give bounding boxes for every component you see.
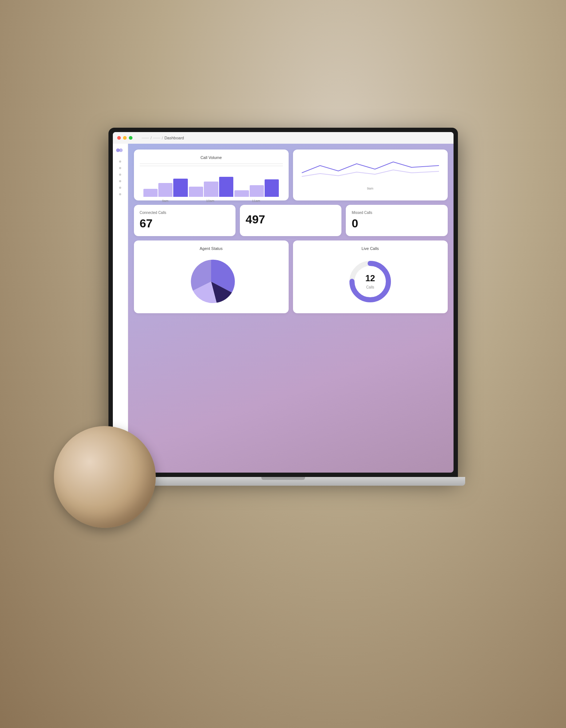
laptop-wrapper: —— / —— / Dashboard [83, 91, 483, 637]
call-volume-title: Call Volume [140, 155, 283, 160]
sidebar-nav-item-1[interactable] [119, 160, 121, 163]
connected-calls-card: Connected Calls 67 [134, 205, 235, 236]
laptop-notch [261, 477, 305, 480]
sidebar-nav-item-5[interactable] [119, 187, 121, 189]
bar-light-4 [204, 182, 218, 197]
bar-group-11am [234, 179, 279, 197]
middle-stat-card: 497 [240, 205, 341, 236]
sidebar-nav-item-3[interactable] [119, 174, 121, 176]
sidebar [113, 144, 128, 473]
breadcrumb-sep2: / [162, 136, 163, 140]
breadcrumb-part2: —— [153, 136, 161, 140]
bar-dark-3 [265, 179, 279, 197]
middle-stat-value: 497 [246, 213, 336, 226]
app-layout: Call Volume [113, 144, 454, 473]
laptop-base [101, 477, 465, 486]
breadcrumb-sep1: / [151, 136, 152, 140]
bar-dark-2 [219, 177, 233, 197]
maximize-button-icon[interactable] [129, 136, 132, 140]
bar-light-1 [143, 189, 158, 197]
sidebar-logo [116, 148, 124, 152]
logo-icon [116, 148, 124, 152]
missed-calls-card: Missed Calls 0 [346, 205, 447, 236]
pie-chart-svg [186, 256, 237, 307]
bottom-row: Agent Status [134, 240, 448, 313]
sidebar-nav-item-4[interactable] [119, 180, 121, 182]
label-10am: 10am [206, 199, 214, 203]
bar-light-3 [189, 187, 203, 197]
top-row: Call Volume [134, 150, 448, 200]
chart-grid-line2 [140, 166, 283, 166]
live-calls-title: Live Calls [299, 246, 442, 251]
breadcrumb-part1: —— [142, 136, 149, 140]
call-volume-card: Call Volume [134, 150, 289, 200]
label-11am: 11am [252, 199, 260, 203]
agent-status-card: Agent Status [134, 240, 289, 313]
donut-chart-container: 12 Calls [299, 254, 442, 309]
bar-group-9am [143, 179, 188, 197]
agent-status-title: Agent Status [140, 246, 283, 251]
connected-calls-label: Connected Calls [140, 211, 230, 215]
sidebar-nav [119, 160, 121, 195]
stats-row: Connected Calls 67 497 Missed Calls 0 [134, 205, 448, 236]
svg-point-1 [119, 148, 123, 152]
line-chart-labels: 9am [299, 187, 442, 190]
minimize-button-icon[interactable] [123, 136, 127, 140]
chart-grid-line [140, 163, 283, 164]
breadcrumb-current: Dashboard [165, 136, 184, 140]
donut-value: 12 [365, 273, 375, 283]
sidebar-nav-item-6[interactable] [119, 193, 121, 195]
close-button-icon[interactable] [117, 136, 121, 140]
decorative-sphere [54, 426, 156, 528]
laptop-screen: —— / —— / Dashboard [113, 132, 454, 473]
donut-label: 12 Calls [365, 273, 375, 290]
sidebar-nav-item-2[interactable] [119, 167, 121, 169]
chart-labels: 9am 10am 11am [140, 199, 283, 203]
line-chart-area [299, 155, 442, 184]
missed-calls-label: Missed Calls [352, 211, 442, 215]
line-chart-svg [302, 158, 439, 180]
pie-chart-container [140, 254, 283, 309]
line-label-9am: 9am [367, 187, 373, 190]
line-chart-card: 9am [293, 150, 448, 200]
donut-text: Calls [366, 285, 374, 289]
breadcrumb: —— / —— / Dashboard [142, 136, 184, 140]
connected-calls-value: 67 [140, 217, 230, 230]
bar-chart [140, 171, 283, 197]
label-9am: 9am [162, 199, 169, 203]
bar-light-2 [158, 183, 173, 197]
bar-group-10am [189, 177, 233, 197]
laptop-screen-frame: —— / —— / Dashboard [108, 128, 458, 477]
missed-calls-value: 0 [352, 217, 442, 230]
main-content: Call Volume [128, 144, 454, 473]
live-calls-card: Live Calls [293, 240, 448, 313]
bar-dark-1 [173, 179, 187, 197]
bar-light-6 [250, 185, 264, 197]
bar-light-5 [234, 190, 249, 197]
title-bar: —— / —— / Dashboard [113, 132, 454, 144]
